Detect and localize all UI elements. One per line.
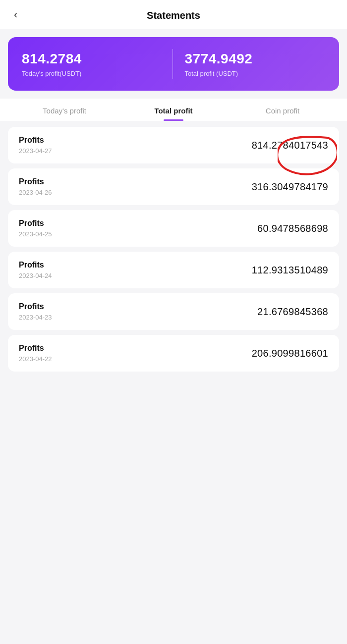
profit-amount-2: 60.9478568698 — [257, 223, 328, 234]
header: ‹ Statements — [0, 0, 347, 29]
profit-date-1: 2023-04-26 — [19, 189, 52, 196]
today-profit-section: 814.2784 Today's profit(USDT) — [22, 51, 173, 77]
total-profit-section: 3774.9492 Total profit (USDT) — [173, 51, 326, 77]
today-profit-value: 814.2784 — [22, 51, 163, 67]
profit-date-5: 2023-04-22 — [19, 355, 52, 363]
profit-title-4: Profits — [19, 302, 52, 311]
profit-amount-3: 112.9313510489 — [252, 265, 328, 276]
profit-title-3: Profits — [19, 261, 52, 269]
profit-info-1: Profits 2023-04-26 — [19, 177, 52, 196]
tabs-bar: Today's profit Total profit Coin profit — [0, 99, 347, 121]
profit-info-5: Profits 2023-04-22 — [19, 344, 52, 363]
profit-title-2: Profits — [19, 219, 52, 228]
tab-total[interactable]: Total profit — [119, 99, 228, 121]
profit-date-0: 2023-04-27 — [19, 147, 52, 155]
profit-card-3: Profits 2023-04-24 112.9313510489 — [8, 252, 339, 288]
profit-card-2: Profits 2023-04-25 60.9478568698 — [8, 210, 339, 247]
profit-card-4: Profits 2023-04-23 21.6769845368 — [8, 293, 339, 330]
profit-card-1: Profits 2023-04-26 316.3049784179 — [8, 168, 339, 205]
profit-info-2: Profits 2023-04-25 — [19, 219, 52, 238]
total-profit-value: 3774.9492 — [185, 51, 326, 67]
profit-info-3: Profits 2023-04-24 — [19, 261, 52, 279]
today-profit-label: Today's profit(USDT) — [22, 70, 163, 77]
back-button[interactable]: ‹ — [10, 6, 21, 23]
profit-info-4: Profits 2023-04-23 — [19, 302, 52, 321]
profit-date-2: 2023-04-25 — [19, 230, 52, 238]
tab-today[interactable]: Today's profit — [10, 99, 119, 121]
profit-title-5: Profits — [19, 344, 52, 353]
profit-amount-5: 206.9099816601 — [252, 348, 328, 359]
profit-title-1: Profits — [19, 177, 52, 186]
profit-amount-wrapper-0: 814.2784017543 — [252, 140, 328, 151]
profit-amount-1: 316.3049784179 — [252, 181, 328, 193]
profit-list: Profits 2023-04-27 814.2784017543 Profit… — [0, 127, 347, 381]
profit-card-0: Profits 2023-04-27 814.2784017543 — [8, 127, 339, 163]
total-profit-label: Total profit (USDT) — [185, 70, 326, 77]
profit-date-4: 2023-04-23 — [19, 314, 52, 321]
profit-card-5: Profits 2023-04-22 206.9099816601 — [8, 335, 339, 372]
tab-coin[interactable]: Coin profit — [228, 99, 337, 121]
summary-card: 814.2784 Today's profit(USDT) 3774.9492 … — [8, 37, 339, 91]
profit-amount-4: 21.6769845368 — [257, 306, 328, 318]
page-title: Statements — [147, 10, 200, 21]
profit-date-3: 2023-04-24 — [19, 272, 52, 279]
profit-info-0: Profits 2023-04-27 — [19, 136, 52, 155]
profit-amount-0: 814.2784017543 — [252, 140, 328, 151]
profit-title-0: Profits — [19, 136, 52, 145]
